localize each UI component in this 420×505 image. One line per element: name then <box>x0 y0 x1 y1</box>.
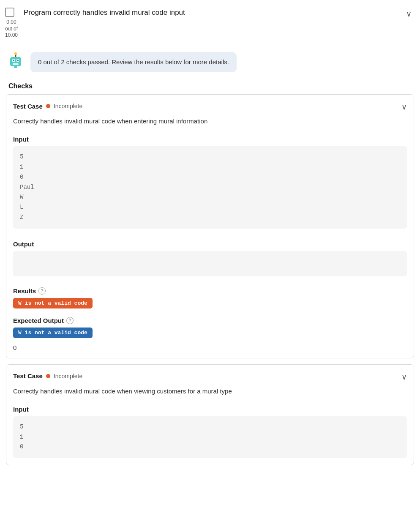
results-label: Results ? <box>6 283 414 298</box>
svg-point-5 <box>13 60 14 61</box>
bot-message-row: 0 out of 2 checks passed. Review the res… <box>0 45 420 79</box>
expected-badge: W is not a valid code <box>13 328 93 338</box>
score-label: 0.00 out of 10.00 <box>5 19 18 39</box>
input-code-box-2: 5 1 0 <box>13 416 407 458</box>
svg-point-2 <box>14 52 17 55</box>
status-text-2: Incomplete <box>54 373 82 379</box>
status-text: Incomplete <box>54 103 82 109</box>
test-case-card-2: Test Case Incomplete ∨ Correctly handles… <box>6 364 414 465</box>
test-case-collapse-icon[interactable]: ∨ <box>401 102 407 112</box>
input-code-box: 5 1 0 Paul W L Z <box>13 146 407 229</box>
results-help-icon[interactable]: ? <box>38 287 46 295</box>
input-label: Input <box>6 131 414 146</box>
test-case-label-2: Test Case <box>13 372 43 379</box>
checks-heading: Checks <box>0 79 420 94</box>
status-dot-2 <box>46 374 50 378</box>
expected-help-icon[interactable]: ? <box>66 317 74 324</box>
test-case-description: Correctly handles invalid mural code whe… <box>6 117 414 131</box>
test-case-card: Test Case Incomplete ∨ Correctly handles… <box>6 94 414 358</box>
checkbox[interactable] <box>5 8 14 17</box>
zero-value: 0 <box>6 342 414 358</box>
output-label: Output <box>6 235 414 251</box>
bot-bubble: 0 out of 2 checks passed. Review the res… <box>30 52 237 73</box>
svg-point-6 <box>17 60 19 61</box>
svg-rect-0 <box>10 57 21 66</box>
score-block: 0.00 out of 10.00 <box>5 8 18 39</box>
test-case-header-2: Test Case Incomplete ∨ <box>6 365 414 388</box>
page-title: Program correctly handles invalid mural … <box>24 8 185 18</box>
collapse-chevron-icon[interactable]: ∨ <box>406 9 412 19</box>
input-label-2: Input <box>6 401 414 416</box>
output-box <box>13 251 407 276</box>
test-case-header-left-2: Test Case Incomplete <box>13 372 82 379</box>
page-wrapper: 0.00 out of 10.00 Program correctly hand… <box>0 0 420 465</box>
test-case-collapse-icon-2[interactable]: ∨ <box>401 372 407 382</box>
svg-rect-8 <box>14 66 17 68</box>
status-dot <box>46 104 50 108</box>
test-case-description-2: Correctly handles invalid mural code whe… <box>6 388 414 401</box>
test-case-label: Test Case <box>13 103 43 110</box>
test-case-header: Test Case Incomplete ∨ <box>6 95 414 117</box>
svg-rect-7 <box>13 63 19 65</box>
expected-output-label: Expected Output ? <box>6 313 414 328</box>
result-badge: W is not a valid code <box>13 298 93 308</box>
header-row: 0.00 out of 10.00 Program correctly hand… <box>0 0 420 45</box>
test-case-header-left: Test Case Incomplete <box>13 103 82 110</box>
bot-avatar <box>7 52 25 70</box>
header-left: 0.00 out of 10.00 Program correctly hand… <box>5 8 185 39</box>
